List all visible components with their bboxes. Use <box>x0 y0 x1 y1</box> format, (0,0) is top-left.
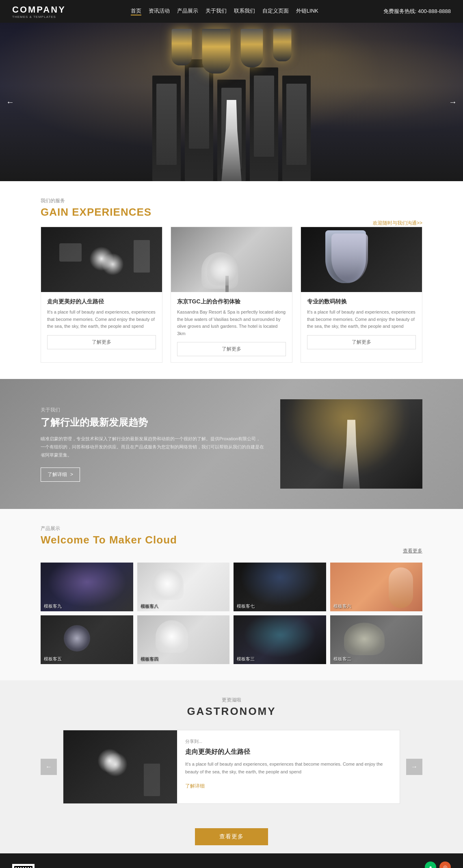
about-btn[interactable]: 了解详细 > <box>41 468 80 482</box>
wechat-icon[interactable]: ● <box>425 862 436 868</box>
product-item-4[interactable]: 模板客六 <box>330 563 423 611</box>
services-titles: 我们的服务 GAIN EXPERIENCES <box>41 197 151 227</box>
product-item-5[interactable]: 模板客五 <box>41 615 133 664</box>
about-image <box>280 399 422 489</box>
news-card-body: 分享到... 走向更美好的人生路径 It's a place full of b… <box>177 730 400 803</box>
news-img-panel <box>144 764 160 796</box>
services-more-link[interactable]: 欢迎随时与我们沟通>> <box>373 220 422 227</box>
nav-item-link[interactable]: 外链LINK <box>296 7 318 15</box>
services-cards: 走向更美好的人生路径 It's a place full of beauty a… <box>41 227 422 363</box>
hero-chandeliers <box>172 29 292 74</box>
products-section: 产品展示 Welcome To Maker Cloud 查看更多 模板客九 模板… <box>0 509 463 680</box>
logo-sub: THEMES & TEMPLATES <box>12 15 56 19</box>
service-card-1-title: 走向更美好的人生路径 <box>47 298 156 305</box>
about-btn-arrow: > <box>70 472 73 477</box>
view-more-area: 查看更多 <box>0 820 463 853</box>
service-card-2-btn[interactable]: 了解更多 <box>177 342 286 356</box>
nav-item-products[interactable]: 产品展示 <box>177 7 198 15</box>
news-arrow-left[interactable]: ← <box>41 759 57 775</box>
news-card-text: It's a place full of beauty and experien… <box>185 760 392 775</box>
about-desc: 瞄准启蒙的管理，专业技术和深入了解行业的最新发展趋势和动前的一个很好的了解。提供… <box>41 435 264 459</box>
service-card-2-img <box>171 227 292 292</box>
products-title: Welcome To Maker Cloud <box>41 534 177 546</box>
product-label-3: 模板客七 <box>237 603 255 609</box>
hero-banner: ← → <box>0 23 463 181</box>
product-item-1[interactable]: 模板客九 <box>41 563 133 611</box>
service-card-3-body: 专业的数码转换 It's a place full of beauty and … <box>301 292 422 355</box>
service-card-1-text: It's a place full of beauty and experien… <box>47 309 156 330</box>
footer-left: 响应式模板 织梦模板 dedeCMS模板 <box>12 864 106 868</box>
flower-stem <box>225 276 229 292</box>
about-btn-label: 了解详细 <box>48 471 67 478</box>
service-card-1-body: 走向更美好的人生路径 It's a place full of beauty a… <box>41 292 162 355</box>
product-item-7[interactable]: 模板客三 <box>234 615 326 664</box>
hero-panel-5 <box>282 76 311 181</box>
chandelier-4 <box>273 29 292 61</box>
service-card-1-btn[interactable]: 了解更多 <box>47 335 156 349</box>
products-header: 产品展示 Welcome To Maker Cloud 查看更多 <box>41 525 422 554</box>
hero-panel-1 <box>152 76 181 181</box>
news-section: 更资滋啦 GASTRONOMY ← 分享到... 走向更美好的人生路径 It's… <box>0 680 463 820</box>
service-card-3: 专业的数码转换 It's a place full of beauty and … <box>301 227 422 363</box>
news-card-title: 走向更美好的人生路径 <box>185 748 392 756</box>
chandelier-2 <box>202 29 231 74</box>
service-card-3-text: It's a place full of beauty and experien… <box>307 309 416 330</box>
prod-shape-4 <box>389 567 413 608</box>
chandelier-1 <box>172 29 192 65</box>
about-img-figure-wrap <box>280 399 422 489</box>
news-title: GASTRONOMY <box>41 705 422 718</box>
news-arrow-right[interactable]: → <box>406 759 422 775</box>
product-item-2[interactable]: 模板客八 <box>137 563 230 611</box>
product-item-6[interactable]: 模板客四 <box>137 615 230 664</box>
product-label-7: 模板客三 <box>237 656 255 662</box>
main-nav: 首页 资讯活动 产品展示 关于我们 联系我们 自定义页面 外链LINK <box>131 7 318 15</box>
service-card-2-body: 东京TGC上的合作初体验 Kassandra Bay Resort & Spa … <box>171 292 292 362</box>
deco-1 <box>59 243 82 262</box>
product-label-8: 模板客二 <box>333 656 351 662</box>
nav-item-about[interactable]: 关于我们 <box>206 7 227 15</box>
crystal-shape <box>325 230 366 283</box>
chandelier-3 <box>241 29 263 67</box>
news-label: 更资滋啦 <box>41 697 422 703</box>
product-label-2: 模板客八 <box>141 603 158 609</box>
service-card-2-title: 东京TGC上的合作初体验 <box>177 298 286 305</box>
prod-shape-5 <box>64 625 90 652</box>
about-section: 关于我们 了解行业的最新发展趋势 瞄准启蒙的管理，专业技术和深入了解行业的最新发… <box>0 379 463 509</box>
weibo-icon[interactable]: ◎ <box>439 862 451 868</box>
hotline-number: 400-888-8888 <box>418 8 451 14</box>
news-card-more-link[interactable]: 了解详细 <box>185 783 205 789</box>
service-card-1-img <box>41 227 162 292</box>
nav-item-contact[interactable]: 联系我们 <box>234 7 255 15</box>
hero-arrow-left[interactable]: ← <box>6 97 14 107</box>
footer-social: ● ◎ <box>425 862 451 868</box>
products-more-link[interactable]: 查看更多 <box>403 548 422 554</box>
hotline: 免费服务热线: 400-888-8888 <box>383 8 451 15</box>
nav-item-custom[interactable]: 自定义页面 <box>262 7 289 15</box>
service-card-1: 走向更美好的人生路径 It's a place full of beauty a… <box>41 227 162 363</box>
services-header: 我们的服务 GAIN EXPERIENCES 欢迎随时与我们沟通>> <box>41 197 422 227</box>
product-label-1: 模板客九 <box>44 603 62 609</box>
product-item-8[interactable]: 模板客二 <box>330 615 423 664</box>
product-item-3[interactable]: 模板客七 <box>234 563 326 611</box>
products-grid: 模板客九 模板客八 模板客七 模板客六 模板客五 模板客四 模板客三 模板客二 <box>41 563 422 664</box>
service-card-2-text: Kassandra Bay Resort & Spa is perfectly … <box>177 309 286 337</box>
product-label-6: 模板客四 <box>141 656 158 662</box>
nav-item-news[interactable]: 资讯活动 <box>149 7 170 15</box>
footer: 响应式模板 织梦模板 dedeCMS模板 ● ◎ © 2017 织梦模板 ICP… <box>0 853 463 868</box>
nav-item-home[interactable]: 首页 <box>131 7 141 15</box>
footer-right: ● ◎ © 2017 织梦模板 ICP备*********号 Power by … <box>390 862 451 868</box>
hotline-label: 免费服务热线: <box>383 8 417 14</box>
service-card-3-btn[interactable]: 了解更多 <box>307 335 416 349</box>
qrcode-image <box>14 866 32 868</box>
hero-arrow-right[interactable]: → <box>449 97 457 107</box>
about-img-overlay <box>280 399 422 489</box>
view-more-button[interactable]: 查看更多 <box>195 828 268 845</box>
services-label: 我们的服务 <box>41 197 151 204</box>
news-card-tag: 分享到... <box>185 738 392 745</box>
about-label: 关于我们 <box>41 407 264 413</box>
qrcode <box>12 864 35 868</box>
services-section: 我们的服务 GAIN EXPERIENCES 欢迎随时与我们沟通>> 走向更美好… <box>0 181 463 379</box>
about-text: 关于我们 了解行业的最新发展趋势 瞄准启蒙的管理，专业技术和深入了解行业的最新发… <box>41 407 264 481</box>
hero-panel-4 <box>250 67 278 181</box>
prod-shape-6 <box>156 620 188 653</box>
